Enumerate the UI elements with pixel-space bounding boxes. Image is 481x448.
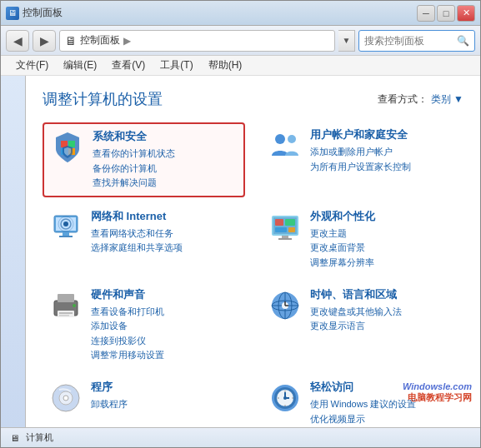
breadcrumb-bar[interactable]: 🖥 控制面板 ▶ xyxy=(59,30,335,52)
hardware-title[interactable]: 硬件和声音 xyxy=(91,287,240,302)
network-title[interactable]: 网络和 Internet xyxy=(91,209,240,224)
ease-icon xyxy=(267,380,303,416)
network-links: 查看网络状态和任务 选择家庭组和共享选项 xyxy=(91,226,240,256)
appearance-text: 外观和个性化 更改主题 更改桌面背景 调整屏幕分辨率 xyxy=(310,209,459,271)
titlebar: 🖥 控制面板 ─ □ ✕ xyxy=(1,1,480,26)
svg-rect-16 xyxy=(285,219,295,226)
cp-item-user-accounts[interactable]: 用户帐户和家庭安全 添加或删除用户帐户 为所有用户设置家长控制 xyxy=(262,122,464,197)
link-windows-recommend[interactable]: 使用 Windows 建议的设置 xyxy=(310,397,459,412)
cp-item-hardware[interactable]: 硬件和声音 查看设备和打印机 添加设备 连接到投影仪 调整常用移动设置 xyxy=(43,282,245,368)
search-icon: 🔍 xyxy=(457,35,469,47)
svg-rect-20 xyxy=(278,238,292,240)
menubar: 文件(F) 编辑(E) 查看(V) 工具(T) 帮助(H) xyxy=(1,56,480,76)
window-title: 控制面板 xyxy=(23,6,63,20)
menu-help[interactable]: 帮助(H) xyxy=(202,57,249,74)
titlebar-buttons: ─ □ ✕ xyxy=(417,5,475,22)
panel-header: 调整计算机的设置 查看方式： 类别 ▼ xyxy=(43,89,463,109)
system-security-title[interactable]: 系统和安全 xyxy=(93,129,238,144)
sidebar xyxy=(1,76,26,427)
link-language[interactable]: 更改显示语言 xyxy=(310,319,459,334)
svg-point-5 xyxy=(288,135,296,143)
content-area: 调整计算机的设置 查看方式： 类别 ▼ xyxy=(1,76,480,427)
svg-rect-23 xyxy=(58,294,74,302)
view-mode-selector[interactable]: 类别 ▼ xyxy=(431,92,463,107)
appearance-links: 更改主题 更改桌面背景 调整屏幕分辨率 xyxy=(310,226,459,271)
link-troubleshoot[interactable]: 查找并解决问题 xyxy=(93,176,238,191)
link-wallpaper[interactable]: 更改桌面背景 xyxy=(310,241,459,256)
ease-title[interactable]: 轻松访问 xyxy=(310,380,459,395)
network-icon xyxy=(48,209,84,246)
link-add-remove-users[interactable]: 添加或删除用户帐户 xyxy=(310,145,459,160)
breadcrumb-icon: 🖥 xyxy=(65,34,77,47)
clock-title[interactable]: 时钟、语言和区域 xyxy=(310,287,459,302)
link-parental-controls[interactable]: 为所有用户设置家长控制 xyxy=(310,160,459,175)
maximize-button[interactable]: □ xyxy=(437,5,455,22)
search-input[interactable] xyxy=(364,35,453,47)
svg-point-10 xyxy=(63,222,68,226)
programs-links: 卸载程序 xyxy=(91,397,240,412)
cp-item-network[interactable]: 网络和 Internet 查看网络状态和任务 选择家庭组和共享选项 xyxy=(43,204,245,276)
user-accounts-icon xyxy=(267,127,303,164)
statusbar-label: 计算机 xyxy=(26,431,53,444)
cp-item-appearance[interactable]: 外观和个性化 更改主题 更改桌面背景 调整屏幕分辨率 xyxy=(262,204,464,276)
ease-text: 轻松访问 使用 Windows 建议的设置 优化视频显示 xyxy=(310,380,459,426)
menu-file[interactable]: 文件(F) xyxy=(9,57,55,74)
programs-icon xyxy=(48,380,84,416)
breadcrumb-dropdown[interactable]: ▼ xyxy=(338,30,355,52)
link-view-status[interactable]: 查看你的计算机状态 xyxy=(93,147,238,162)
menu-edit[interactable]: 编辑(E) xyxy=(57,57,103,74)
network-text: 网络和 Internet 查看网络状态和任务 选择家庭组和共享选项 xyxy=(91,209,240,256)
svg-rect-25 xyxy=(59,312,73,314)
breadcrumb-separator: ▶ xyxy=(123,35,131,47)
cp-item-programs[interactable]: 程序 卸载程序 xyxy=(43,375,245,427)
back-button[interactable]: ◀ xyxy=(6,30,29,52)
search-bar[interactable]: 🔍 xyxy=(358,30,475,52)
programs-text: 程序 卸载程序 xyxy=(91,380,240,412)
link-backup[interactable]: 备份你的计算机 xyxy=(93,162,238,177)
link-projector[interactable]: 连接到投影仪 xyxy=(91,334,240,349)
menu-tools[interactable]: 工具(T) xyxy=(153,57,199,74)
svg-point-4 xyxy=(275,134,285,144)
svg-rect-19 xyxy=(282,236,288,238)
panel-title: 调整计算机的设置 xyxy=(43,89,163,109)
clock-text: 时钟、语言和区域 更改键盘或其他输入法 更改显示语言 xyxy=(310,287,459,334)
svg-point-37 xyxy=(63,396,68,401)
svg-rect-18 xyxy=(288,227,295,232)
close-button[interactable]: ✕ xyxy=(457,5,475,22)
link-network-status[interactable]: 查看网络状态和任务 xyxy=(91,226,240,241)
hardware-links: 查看设备和打印机 添加设备 连接到投影仪 调整常用移动设置 xyxy=(91,305,240,363)
cp-item-clock[interactable]: 时钟、语言和区域 更改键盘或其他输入法 更改显示语言 xyxy=(262,282,464,368)
appearance-title[interactable]: 外观和个性化 xyxy=(310,209,459,224)
minimize-button[interactable]: ─ xyxy=(417,5,435,22)
svg-point-43 xyxy=(283,396,287,400)
svg-rect-17 xyxy=(275,227,287,232)
link-uninstall[interactable]: 卸载程序 xyxy=(91,397,240,412)
system-security-text: 系统和安全 查看你的计算机状态 备份你的计算机 查找并解决问题 xyxy=(93,129,238,191)
window-icon: 🖥 xyxy=(6,7,19,20)
programs-title[interactable]: 程序 xyxy=(91,380,240,395)
user-accounts-links: 添加或删除用户帐户 为所有用户设置家长控制 xyxy=(310,145,459,174)
forward-button[interactable]: ▶ xyxy=(33,30,56,52)
link-devices-printers[interactable]: 查看设备和打印机 xyxy=(91,305,240,320)
view-mode: 查看方式： 类别 ▼ xyxy=(378,92,463,107)
system-security-links: 查看你的计算机状态 备份你的计算机 查找并解决问题 xyxy=(93,147,238,191)
link-theme[interactable]: 更改主题 xyxy=(310,226,459,241)
link-mobile[interactable]: 调整常用移动设置 xyxy=(91,348,240,363)
link-homegroup[interactable]: 选择家庭组和共享选项 xyxy=(91,241,240,256)
titlebar-left: 🖥 控制面板 xyxy=(6,6,63,20)
hardware-text: 硬件和声音 查看设备和打印机 添加设备 连接到投影仪 调整常用移动设置 xyxy=(91,287,240,363)
cp-item-ease[interactable]: 轻松访问 使用 Windows 建议的设置 优化视频显示 xyxy=(262,375,464,427)
hardware-icon xyxy=(48,287,84,324)
ease-links: 使用 Windows 建议的设置 优化视频显示 xyxy=(310,397,459,426)
link-add-device[interactable]: 添加设备 xyxy=(91,319,240,334)
clock-icon xyxy=(267,287,303,324)
menu-view[interactable]: 查看(V) xyxy=(105,57,152,74)
computer-icon: 🖥 xyxy=(8,431,21,445)
link-resolution[interactable]: 调整屏幕分辨率 xyxy=(310,256,459,271)
link-video-optimize[interactable]: 优化视频显示 xyxy=(310,412,459,427)
breadcrumb-label: 控制面板 xyxy=(80,33,120,47)
link-keyboard[interactable]: 更改键盘或其他输入法 xyxy=(310,305,459,320)
cp-item-system-security[interactable]: 系统和安全 查看你的计算机状态 备份你的计算机 查找并解决问题 xyxy=(43,122,245,197)
statusbar: 🖥 计算机 xyxy=(1,427,480,447)
user-accounts-title[interactable]: 用户帐户和家庭安全 xyxy=(310,127,459,142)
